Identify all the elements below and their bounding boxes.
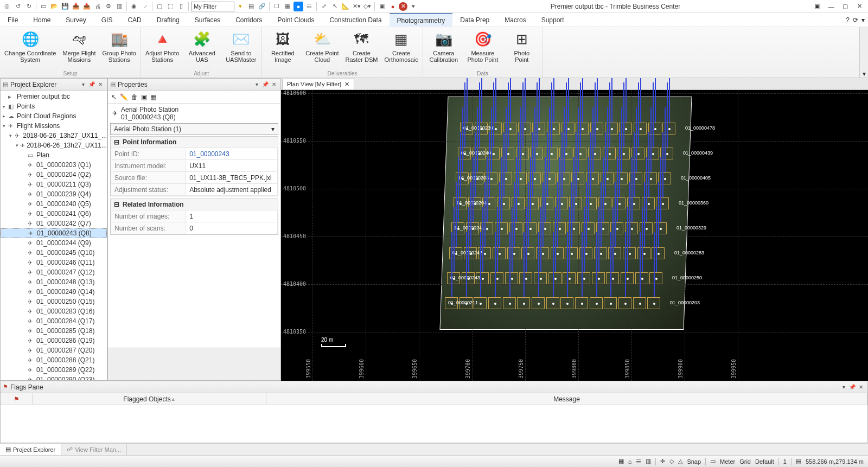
ribbon-item-camera[interactable]: 📷CameraCalibration <box>427 29 460 69</box>
view-2d-icon[interactable]: ▢ <box>155 2 164 11</box>
tab-point-clouds[interactable]: Point Clouds <box>270 13 322 27</box>
status-grid-label[interactable]: Grid <box>739 458 751 465</box>
box-icon[interactable]: ☐ <box>272 2 282 11</box>
ribbon-item-send-to[interactable]: ✉️Send toUASMaster <box>225 29 257 69</box>
panel-pin-icon[interactable]: 📌 <box>848 384 857 390</box>
expand-icon[interactable]: ▸ <box>3 104 8 109</box>
ribbon-item-photo[interactable]: ⊞PhotoPoint <box>506 29 538 69</box>
ribbon-item-rectified[interactable]: 🖼RectifiedImage <box>266 29 299 69</box>
tree-row[interactable]: ✈01_00000241 (Q6) <box>1 209 107 219</box>
tree-row[interactable]: ▾✈Flight Missions <box>1 121 107 131</box>
prop-value[interactable]: 0 <box>186 222 278 234</box>
win-maximize-icon[interactable]: ▢ <box>839 2 852 11</box>
col-flag-icon[interactable]: ⚑ <box>1 393 33 405</box>
panel-close-icon[interactable]: ✕ <box>857 384 865 390</box>
measure-icon[interactable]: 📐 <box>341 2 350 11</box>
tree-row[interactable]: ✈01_00000246 (Q11) <box>1 258 107 267</box>
tree-row[interactable]: ✈01_00000204 (Q2) <box>1 170 107 180</box>
tab-gis[interactable]: GIS <box>94 13 120 27</box>
ribbon-item-change-coordinate[interactable]: 🌐Change CoordinateSystem <box>4 29 56 69</box>
zoom-extents-icon[interactable]: ⤢ <box>319 2 329 11</box>
close-icon[interactable]: ✕ <box>344 81 349 88</box>
tree-row[interactable]: ✈01_00000249 (Q14) <box>1 287 107 297</box>
toggle-icon[interactable]: ● <box>293 2 303 11</box>
error-icon[interactable]: ✕ <box>399 2 407 11</box>
tree-row[interactable]: ▸☁Point Cloud Regions <box>1 111 107 121</box>
prop-tool-icon[interactable]: ▣ <box>141 93 147 101</box>
tree-row[interactable]: ✈01_00000289 (Q22) <box>1 365 107 375</box>
new-icon[interactable]: ▭ <box>39 2 48 11</box>
view-3d-icon[interactable]: ⬚ <box>165 2 175 11</box>
ribbon-item-create[interactable]: 🗺CreateRaster DSM <box>345 29 378 69</box>
tree-row[interactable]: ✈01_00000247 (Q12) <box>1 267 107 277</box>
line-icon[interactable]: ⟋ <box>140 2 150 11</box>
ribbon-item-advanced[interactable]: 🧩AdvancedUAS <box>186 29 218 69</box>
ribbon-item-group-photo[interactable]: 🏬Group PhotoStations <box>103 29 136 69</box>
status-endpoint-icon[interactable]: ◇ <box>669 458 674 465</box>
win-close-icon[interactable]: ✕ <box>853 2 866 11</box>
bars-icon[interactable]: ☲ <box>304 2 314 11</box>
tree-row[interactable]: ✈01_00000240 (Q5) <box>1 199 107 209</box>
print-icon[interactable]: 🖨 <box>93 2 103 11</box>
tree-row[interactable]: ✈01_00000250 (Q15) <box>1 297 107 306</box>
expand-icon[interactable]: ▸ <box>3 113 8 119</box>
ribbon-item-create-point[interactable]: ⛅Create PointCloud <box>305 29 339 69</box>
status-default-label[interactable]: Default <box>755 458 774 465</box>
grid-icon[interactable]: ▦ <box>283 2 292 11</box>
plan-view[interactable]: Plan View [My Filter] ✕ 20 m 48106004810… <box>281 78 868 381</box>
panel-pin-icon[interactable]: 📌 <box>87 81 96 87</box>
tree-row[interactable]: ✈01_00000243 (Q8) <box>1 228 107 238</box>
tree-row[interactable]: ✈01_00000285 (Q18) <box>1 326 107 336</box>
ribbon-item-create[interactable]: ▦CreateOrthomosaic <box>384 29 418 69</box>
help-icon[interactable]: ? <box>846 16 850 24</box>
tab-macros[interactable]: Macros <box>497 13 533 27</box>
tab-file[interactable]: File <box>0 13 25 27</box>
tree-row[interactable]: ✈01_00000288 (Q21) <box>1 355 107 365</box>
prop-value[interactable]: Absolute adjustment applied <box>186 184 278 196</box>
tab-construction-data[interactable]: Construction Data <box>322 13 390 27</box>
link-icon[interactable]: 🔗 <box>257 2 267 11</box>
tab-project-explorer[interactable]: ▤ Project Explorer <box>0 444 61 455</box>
status-home-icon[interactable]: ⌂ <box>628 458 632 465</box>
open-icon[interactable]: 📂 <box>49 2 59 11</box>
import-icon[interactable]: 📥 <box>71 2 81 11</box>
prop-value[interactable]: 01_UX11-3B_TBC5_PPK.jxl <box>186 172 278 184</box>
redo-icon[interactable]: ↻ <box>24 2 34 11</box>
ribbon-item-measure[interactable]: 🎯MeasurePhoto Point <box>467 29 499 69</box>
qat-app-icon[interactable]: ◎ <box>2 2 12 11</box>
status-page-icon[interactable]: ▭ <box>710 458 716 465</box>
save-icon[interactable]: 💾 <box>60 2 70 11</box>
tree-row[interactable]: ✈01_00000211 (Q3) <box>1 180 107 189</box>
status-snap-crosshair-icon[interactable]: ✛ <box>660 458 665 465</box>
col-message[interactable]: Message <box>266 393 867 405</box>
kite-icon[interactable]: ◇▾ <box>362 2 372 11</box>
sheet-icon[interactable]: ▯ <box>176 2 186 11</box>
prop-value[interactable]: UX11 <box>186 160 278 172</box>
cursor-icon[interactable]: ↖ <box>330 2 340 11</box>
tree-row[interactable]: ▾✈2018-06-26_13h27_UX11_... <box>1 131 107 140</box>
filter-combo[interactable]: My Filter <box>191 2 234 11</box>
tree-row[interactable]: ✈01_00000284 (Q17) <box>1 316 107 326</box>
tab-corridors[interactable]: Corridors <box>228 13 270 27</box>
prop-value[interactable]: 01_00000243 <box>186 148 278 160</box>
flags-grid[interactable]: ⚑ Flagged Objects ▲ Message <box>1 393 867 443</box>
plan-view-tab[interactable]: Plan View [My Filter] ✕ <box>282 79 354 89</box>
panel-menu-icon[interactable]: ▾ <box>839 384 848 390</box>
win-collapse-icon[interactable]: ▣ <box>810 2 824 11</box>
prop-value[interactable]: 1 <box>186 210 278 222</box>
ribbon-collapse-button[interactable]: ▾ <box>859 27 868 78</box>
status-tiles-icon[interactable]: ▥ <box>646 458 651 465</box>
prop-tool-icon[interactable]: ▦ <box>150 93 156 101</box>
ribbon-item-merge-flight[interactable]: 🛩Merge FlightMissions <box>62 29 95 69</box>
tab-surfaces[interactable]: Surfaces <box>187 13 228 27</box>
win-minimize-icon[interactable]: — <box>825 2 838 11</box>
status-snap-button[interactable]: Snap <box>687 458 701 465</box>
status-layers-icon[interactable]: ☰ <box>636 458 641 465</box>
ribbon-item-adjust-photo[interactable]: 🔺Adjust PhotoStations <box>145 29 179 69</box>
tree-row[interactable]: ✈01_00000290 (Q23) <box>1 375 107 380</box>
undo-icon[interactable]: ↺ <box>13 2 23 11</box>
tree-row[interactable]: ▸Premier output tbc <box>1 92 107 101</box>
expand-icon[interactable]: ▾ <box>16 143 20 148</box>
tree-row[interactable]: ▸◧Points <box>1 101 107 111</box>
plan-view-canvas[interactable]: 20 m 48106004810550481050048104504810400… <box>281 90 868 381</box>
